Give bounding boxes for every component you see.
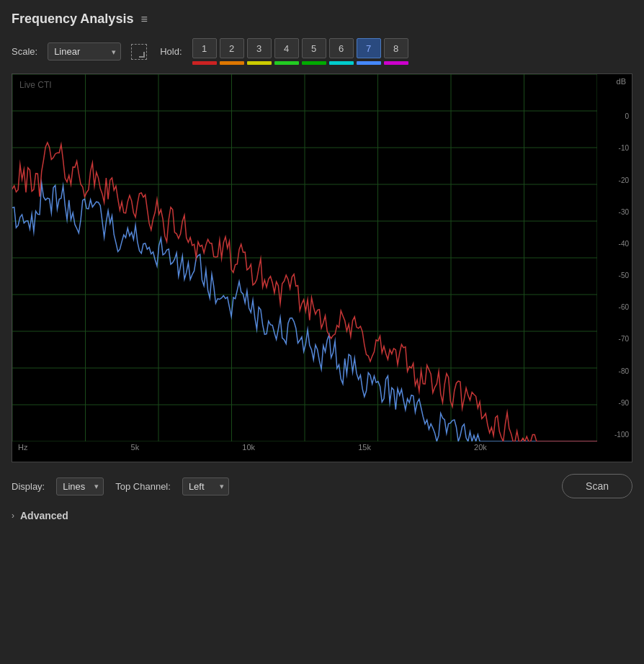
hold-label: Hold: [160, 46, 182, 57]
scale-select-wrapper: Linear Logarithmic [48, 42, 121, 60]
hold-color-8 [384, 61, 408, 65]
live-cti-label: Live CTI [19, 80, 52, 90]
menu-icon[interactable]: ≡ [140, 13, 147, 26]
chart-container: dB Live CTI 0 -10 -20 -30 -40 -50 -60 -7… [12, 73, 632, 462]
hold-btn-2[interactable]: 2 [220, 38, 244, 58]
hold-color-1 [192, 61, 217, 65]
hold-number-row: 1 2 3 4 5 6 7 8 [192, 38, 408, 58]
hold-btn-1[interactable]: 1 [192, 38, 217, 58]
channel-select-wrapper: Left Right Mid Side [182, 477, 229, 495]
display-select[interactable]: Lines Bars Filled [56, 477, 104, 495]
hold-color-3 [247, 61, 272, 65]
hold-btn-4[interactable]: 4 [274, 38, 299, 58]
hold-color-2 [220, 61, 244, 65]
db-axis: 0 -10 -20 -30 -40 -50 -60 -70 -80 -90 -1… [596, 74, 632, 440]
hold-color-6 [329, 61, 354, 65]
hold-color-4 [274, 61, 299, 65]
scale-label: Scale: [12, 46, 37, 57]
freq-axis: Hz 5k 10k 15k 20k [12, 440, 596, 462]
hold-buttons-group: 1 2 3 4 5 6 7 8 [192, 38, 408, 65]
freq-labels: Hz 5k 10k 15k 20k [12, 443, 596, 452]
hold-color-7 [357, 61, 381, 65]
display-label: Display: [12, 481, 45, 492]
title-row: Frequency Analysis ≡ [12, 12, 632, 27]
scan-button[interactable]: Scan [562, 474, 632, 498]
hold-color-5 [302, 61, 326, 65]
display-mode-icon[interactable] [131, 44, 147, 60]
bottom-controls: Display: Lines Bars Filled Top Channel: … [12, 471, 632, 498]
display-select-wrapper: Lines Bars Filled [56, 477, 104, 495]
channel-label: Top Channel: [115, 481, 171, 492]
hold-color-row [192, 61, 408, 65]
hold-btn-7[interactable]: 7 [357, 38, 381, 58]
chevron-right-icon: › [12, 511, 14, 521]
scale-select[interactable]: Linear Logarithmic [48, 42, 121, 60]
spectrum-canvas [12, 74, 597, 441]
channel-select[interactable]: Left Right Mid Side [182, 477, 229, 495]
controls-row: Scale: Linear Logarithmic Hold: 1 2 3 4 … [12, 38, 632, 65]
page-title: Frequency Analysis [12, 12, 133, 27]
advanced-row[interactable]: › Advanced [12, 507, 632, 521]
main-container: Frequency Analysis ≡ Scale: Linear Logar… [0, 0, 644, 664]
hold-btn-6[interactable]: 6 [329, 38, 354, 58]
hold-btn-3[interactable]: 3 [247, 38, 272, 58]
hold-btn-5[interactable]: 5 [302, 38, 326, 58]
hold-btn-8[interactable]: 8 [384, 38, 408, 58]
advanced-label: Advanced [20, 510, 68, 521]
